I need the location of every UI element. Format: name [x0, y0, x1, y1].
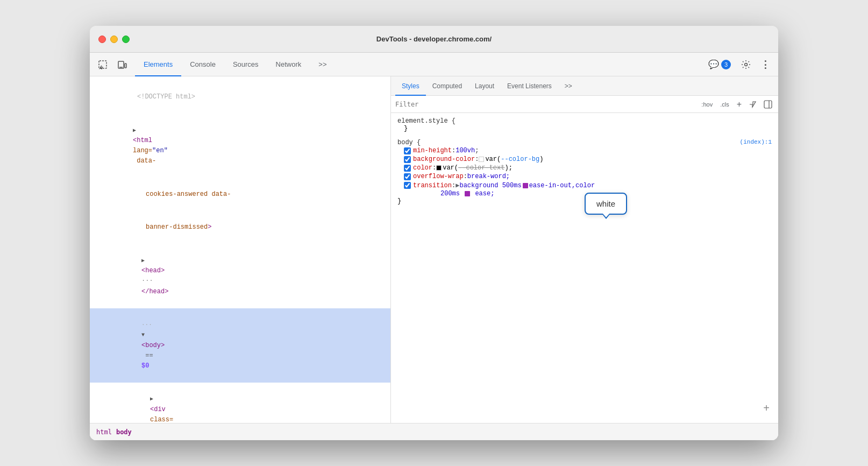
element-style-rule: element.style { } [397, 117, 772, 132]
color-bg-var-link[interactable]: --color-bg [501, 156, 539, 163]
device-toggle-button[interactable] [113, 56, 131, 73]
toolbar-right-actions: 💬 3 ⋮ [704, 56, 774, 73]
breadcrumb-body[interactable]: body [116, 428, 132, 436]
bg-color-checkbox[interactable] [404, 156, 411, 163]
minimize-button[interactable] [110, 36, 118, 43]
tab-computed[interactable]: Computed [426, 76, 468, 96]
color-swatch[interactable] [436, 165, 442, 171]
color-tooltip: white [585, 193, 627, 215]
color-text-var-link[interactable]: --color-text [458, 164, 504, 172]
toggle-element-state-button[interactable] [747, 98, 759, 110]
inspect-element-button[interactable] [94, 56, 111, 73]
titlebar: DevTools - developer.chrome.com/ [90, 26, 778, 53]
color-tooltip-text: white [596, 199, 615, 208]
dom-html-attrs-line: cookies-answered data- [90, 178, 390, 211]
overflow-wrap-checkbox[interactable] [404, 173, 411, 180]
more-options-button[interactable]: ⋮ [757, 56, 774, 73]
fullscreen-button[interactable] [122, 36, 130, 43]
svg-rect-5 [764, 101, 772, 108]
tab-network[interactable]: Network [267, 53, 310, 76]
css-source-link[interactable]: (index):1 [740, 139, 772, 146]
transition-expand-arrow[interactable]: ▶ [456, 181, 459, 189]
element-style-close: } [397, 125, 772, 132]
window-title: DevTools - developer.chrome.com/ [376, 35, 492, 43]
toggle-sidebar-button[interactable] [762, 98, 774, 110]
add-class-button[interactable]: + [735, 98, 744, 110]
dom-html-line[interactable]: <html lang="en" data- [90, 114, 390, 178]
body-selector[interactable]: body { [397, 139, 421, 146]
css-rules-area[interactable]: element.style { } body { (index):1 [391, 113, 778, 423]
body-rule-header: body { (index):1 [397, 139, 772, 146]
close-button[interactable] [98, 36, 106, 43]
styles-panel: Styles Computed Layout Event Listeners >… [391, 76, 778, 423]
tab-console[interactable]: Console [181, 53, 224, 76]
dom-body-line[interactable]: ··· <body> == $0 [90, 308, 390, 383]
main-tabs: Elements Console Sources Network >> [135, 53, 335, 76]
top-toolbar: Elements Console Sources Network >> 💬 [90, 53, 778, 76]
overflow-wrap-property: overflow-wrap : break-word; [397, 172, 772, 181]
tab-sources[interactable]: Sources [224, 53, 267, 76]
transition-property: transition : ▶ background 500ms ease-in-… [397, 181, 772, 190]
tab-more-styles[interactable]: >> [558, 76, 579, 96]
devtools-window: DevTools - developer.chrome.com/ [90, 26, 778, 440]
filter-bar: :hov .cls + [391, 96, 778, 113]
dom-panel[interactable]: <!DOCTYPE html> <html lang="en" data- co… [90, 76, 391, 423]
transition-checkbox[interactable] [404, 182, 411, 189]
devtools-body: Elements Console Sources Network >> 💬 [90, 53, 778, 440]
tab-more[interactable]: >> [310, 53, 335, 76]
min-height-checkbox[interactable] [404, 147, 411, 154]
head-expand-icon[interactable] [141, 257, 145, 265]
tab-layout[interactable]: Layout [468, 76, 501, 96]
main-content: <!DOCTYPE html> <html lang="en" data- co… [90, 76, 778, 423]
dom-head-line[interactable]: <head> ··· </head> [90, 244, 390, 308]
color-property: color : var( --color-text ); [397, 164, 772, 172]
html-expand-icon[interactable] [133, 126, 136, 135]
console-messages-button[interactable]: 💬 3 [704, 57, 735, 72]
filter-actions: :hov .cls + [699, 98, 774, 110]
styles-tabs: Styles Computed Layout Event Listeners >… [391, 76, 778, 96]
svg-point-4 [745, 63, 748, 66]
background-color-property: background-color : var( --color-bg ) [397, 155, 772, 164]
tab-event-listeners[interactable]: Event Listeners [501, 76, 558, 96]
dom-doctype-line: <!DOCTYPE html> [90, 81, 390, 114]
hov-filter-button[interactable]: :hov [699, 100, 715, 109]
bg-color-swatch[interactable] [479, 157, 484, 162]
min-height-property: min-height : 100vh ; [397, 146, 772, 155]
console-badge: 3 [721, 60, 731, 69]
dom-html-attrs-line2: banner-dismissed> [90, 211, 390, 244]
traffic-lights [98, 36, 130, 43]
add-property-button[interactable]: + [763, 402, 770, 414]
body-expand-icon[interactable] [141, 331, 145, 340]
color-checkbox[interactable] [404, 165, 411, 172]
filter-input[interactable] [395, 101, 695, 108]
svg-rect-2 [125, 63, 126, 68]
tab-elements[interactable]: Elements [135, 53, 181, 76]
div-expand-icon[interactable] [150, 395, 153, 404]
cls-filter-button[interactable]: .cls [718, 100, 731, 109]
breadcrumb-html[interactable]: html [96, 428, 112, 436]
settings-button[interactable] [737, 56, 755, 73]
dom-div-scaffold-line[interactable]: <div class= "scaffold" > ⟨ [90, 383, 390, 423]
element-style-selector: element.style { [397, 117, 772, 125]
transition-ease-swatch [523, 183, 528, 188]
breadcrumb-bar: html body [90, 423, 778, 440]
transition-ease2-swatch [465, 191, 470, 196]
tab-styles[interactable]: Styles [395, 76, 426, 96]
